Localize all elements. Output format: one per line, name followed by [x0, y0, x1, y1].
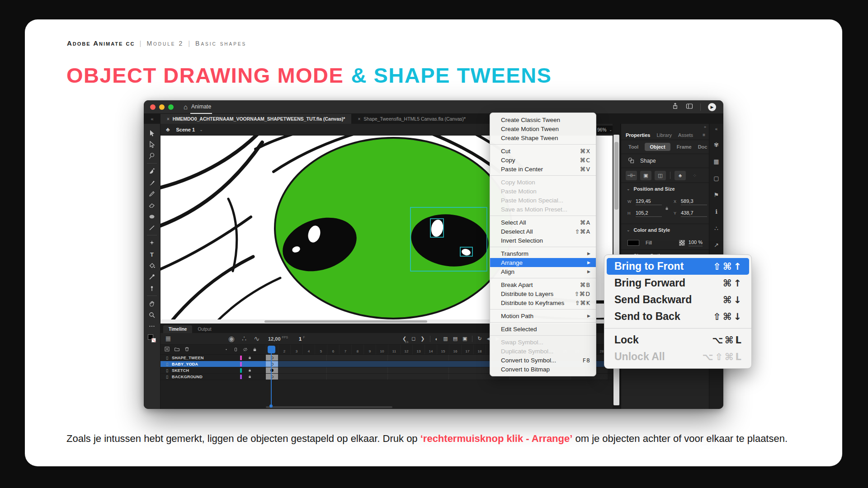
frame-span-icon[interactable]: ▣	[462, 336, 467, 342]
layer-name[interactable]: SKETCH	[172, 368, 189, 373]
tab-output[interactable]: Output	[192, 325, 217, 333]
frame-ruler-number[interactable]: 15	[437, 345, 449, 354]
section-color-style[interactable]: ⌄ Color and Style	[621, 224, 709, 236]
mode-tab-object[interactable]: Object	[645, 143, 670, 151]
frame-ruler-number[interactable]: 2	[278, 345, 290, 354]
camera-icon[interactable]: ◉	[228, 334, 235, 343]
stats-panel-icon[interactable]: ↗	[714, 242, 719, 249]
menu-item-transform[interactable]: Transform▶	[490, 249, 596, 258]
frame-ruler-number[interactable]: 12	[400, 345, 412, 354]
y-field[interactable]: 438,7	[681, 210, 707, 217]
height-field[interactable]: 105,2	[636, 210, 662, 217]
frame-ruler-number[interactable]: 6	[327, 345, 339, 354]
frame-ruler-number[interactable]: 18	[473, 345, 486, 354]
menu-item-edit-selected[interactable]: Edit Selected	[490, 324, 596, 333]
info-panel-icon[interactable]: ℹ	[715, 208, 717, 215]
menu-item-cut[interactable]: Cut⌘X	[490, 146, 596, 155]
oval-tool-icon[interactable]	[146, 211, 158, 222]
submenu-item-send-backward[interactable]: Send Backward⌘↓	[604, 291, 751, 308]
menu-item-create-classic-tween[interactable]: Create Classic Tween	[490, 115, 596, 124]
tab-timeline[interactable]: Timeline	[163, 325, 192, 333]
submenu-item-bring-to-front[interactable]: Bring to Front⇧⌘↑	[607, 258, 749, 275]
line-tool-icon[interactable]	[146, 222, 158, 233]
menu-item-deselect-all[interactable]: Deselect All⇧⌘A	[490, 227, 596, 236]
layer-name[interactable]: BABY_YODA	[172, 362, 198, 366]
fill-color-swatch[interactable]	[627, 240, 639, 246]
add-layer-icon[interactable]	[164, 346, 170, 354]
app-tab-animate[interactable]: Animate	[191, 103, 211, 111]
timeline-scrollbar[interactable]	[266, 406, 392, 408]
document-tab-1[interactable]: ×HMEMDO0_ACHTERNAAM_VOORNAAM_SHAPETWEENS…	[160, 114, 351, 124]
add-folder-icon[interactable]	[174, 346, 180, 354]
combine-shapes-icon[interactable]: ▣	[640, 171, 651, 180]
paint-bucket-tool-icon[interactable]	[146, 260, 158, 271]
tab-library[interactable]: Library	[656, 132, 672, 138]
menu-item-copy[interactable]: Copy⌘C	[490, 155, 596, 164]
mode-tab-doc[interactable]: Doc	[698, 144, 708, 150]
particles-panel-icon[interactable]: ∴	[714, 225, 718, 232]
zoom-tool-icon[interactable]	[146, 309, 158, 320]
frame-ruler-number[interactable]: 10	[376, 345, 388, 354]
loop-icon[interactable]: ↻	[477, 336, 481, 342]
frame-ruler-number[interactable]: 17	[461, 345, 473, 354]
section-position-size[interactable]: ⌄ Position and Size	[621, 183, 709, 195]
classic-brush-tool-icon[interactable]	[146, 177, 158, 188]
collapse-tools-icon[interactable]: «	[144, 114, 160, 124]
keyframe-cell[interactable]	[266, 361, 278, 367]
frame-ruler-number[interactable]: 9	[363, 345, 376, 354]
flag-panel-icon[interactable]: ⚑	[714, 192, 719, 198]
keyframe-cell[interactable]	[266, 355, 278, 361]
frame-ruler-number[interactable]: 16	[449, 345, 461, 354]
layer-color-swatch[interactable]	[240, 368, 242, 373]
lock-icon[interactable]	[248, 368, 252, 373]
scene-breadcrumb[interactable]: Scene 1	[176, 127, 195, 132]
no-fill-swatch[interactable]	[151, 338, 156, 343]
stop-frame-icon[interactable]: ◻	[411, 336, 415, 342]
width-field[interactable]: 129,45	[636, 198, 662, 205]
close-tab-icon[interactable]: ×	[358, 117, 360, 122]
frame-ruler-number[interactable]: 13	[412, 345, 425, 354]
delete-layer-icon[interactable]	[184, 346, 190, 354]
menu-item-distribute-to-layers[interactable]: Distribute to Layers⇧⌘D	[490, 289, 596, 298]
highlight-dot-icon[interactable]	[224, 346, 229, 354]
submenu-item-bring-forward[interactable]: Bring Forward⌘↑	[604, 275, 751, 291]
frame-ruler-number[interactable]: 14	[425, 345, 437, 354]
frame-ruler-number[interactable]: 4	[302, 345, 315, 354]
workspace-icon[interactable]	[686, 103, 693, 111]
lock-column-icon[interactable]	[252, 346, 257, 354]
fill-stroke-swatches[interactable]	[148, 334, 156, 343]
fill-alpha-field[interactable]: 100 %	[689, 239, 703, 246]
frame-ruler-number[interactable]: 3	[290, 345, 302, 354]
collapse-panels-icon[interactable]: «	[715, 127, 718, 131]
align-distribute-icon[interactable]: ⊣⊢	[626, 171, 637, 180]
onion-outline-icon[interactable]: ▥	[443, 336, 448, 342]
text-tool-icon[interactable]: T	[146, 249, 158, 260]
subselection-tool-icon[interactable]	[146, 139, 158, 150]
graph-editor-icon[interactable]: ∿	[254, 334, 259, 343]
frame-ruler-number[interactable]: 11	[388, 345, 400, 354]
lock-aspect-icon[interactable]	[665, 205, 669, 213]
pencil-tool-icon[interactable]	[146, 188, 158, 199]
menu-item-select-all[interactable]: Select All⌘A	[490, 218, 596, 227]
panel-menu-icon[interactable]: ≡	[703, 132, 705, 137]
eyedropper-tool-icon[interactable]	[146, 271, 158, 282]
maximize-window-icon[interactable]	[168, 104, 174, 110]
menu-item-motion-path[interactable]: Motion Path▶	[490, 311, 596, 320]
frame-ruler-number[interactable]: 8	[351, 345, 363, 354]
fluid-brush-tool-icon[interactable]	[146, 165, 158, 177]
onion-skin-icon[interactable]: ◐	[435, 336, 439, 342]
document-tab-2[interactable]: ×Shape_Tweensfla_HTML5 Canvas.fla (Canva…	[351, 114, 472, 124]
snapping-panel-icon[interactable]: ▢	[713, 175, 719, 182]
menu-item-create-motion-tween[interactable]: Create Motion Tween	[490, 124, 596, 133]
menu-item-align[interactable]: Align▶	[490, 267, 596, 276]
more-tools-icon[interactable]	[146, 320, 158, 332]
x-field[interactable]: 589,3	[681, 198, 707, 205]
tab-assets[interactable]: Assets	[678, 132, 693, 138]
outline-column-icon[interactable]	[233, 346, 238, 354]
frames-panel-icon[interactable]: ▦	[713, 158, 719, 165]
selection-tool-icon[interactable]	[146, 127, 158, 139]
menu-item-paste-in-center[interactable]: Paste in Center⌘V	[490, 164, 596, 174]
asset-warp-tool-icon[interactable]	[146, 237, 158, 249]
fps-value[interactable]: 12,00 FPS	[268, 336, 288, 342]
panel-expand-icon[interactable]: »	[704, 125, 706, 129]
